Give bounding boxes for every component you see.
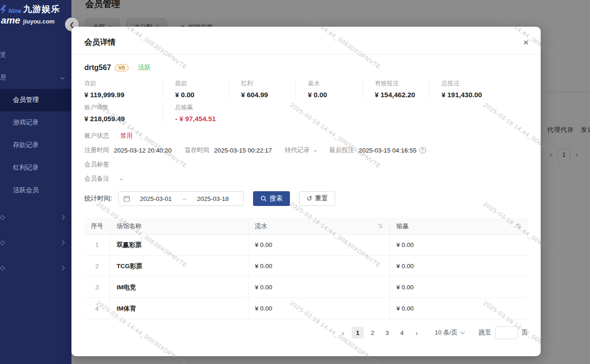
- chevron-right-icon: [60, 266, 65, 270]
- jump-page-input[interactable]: [495, 326, 518, 339]
- modal-divider: [71, 54, 541, 54]
- app-root: 会员管理 全部 1 未分配 1 ✎ 编辑标签 情 代理代存 发送 ‹ 1 ›: [0, 0, 590, 364]
- next-page-icon[interactable]: ›: [411, 327, 423, 339]
- stat-value-negative: - ¥ 97,454.51: [175, 115, 224, 123]
- page-4[interactable]: 4: [396, 327, 408, 339]
- stat-value: ¥ 218,059.49: [84, 115, 158, 123]
- sidebar-item-game-records[interactable]: 游戏记录: [0, 112, 71, 134]
- sidebar-item-member-management[interactable]: 会员管理: [0, 89, 71, 112]
- cell-turnover: ¥ 0.00: [248, 298, 389, 319]
- chevron-down-icon: [460, 329, 465, 334]
- member-detail-modal: 会员详情 × drtg567 V0 活跃 存款 ¥ 119,999.99 提款 …: [71, 27, 541, 356]
- header-winloss-label: 输赢: [396, 222, 409, 230]
- search-button-label: 搜索: [270, 194, 283, 203]
- search-button[interactable]: 搜索: [253, 191, 290, 206]
- header-index: 序号: [84, 218, 110, 234]
- page-size-select[interactable]: 10 条/页: [435, 329, 464, 337]
- reset-icon: ↺: [307, 194, 313, 203]
- logo-ame: ame: [1, 15, 20, 25]
- sidebar-item-deposit-records[interactable]: 存款记录: [0, 134, 71, 157]
- stat-label: 总投注: [442, 79, 494, 88]
- jump-to-page: 跳至 页: [479, 326, 528, 339]
- member-tags-label: 会员标签: [84, 160, 109, 169]
- page-2[interactable]: 2: [366, 327, 378, 339]
- header-turnover: 流水 ⇅: [248, 218, 389, 234]
- cell-index: 4: [84, 298, 110, 319]
- jump-suffix: 页: [522, 329, 528, 337]
- brand-logo: Nine 九游娱乐 ame jiuyou.com: [0, 0, 71, 25]
- page-1[interactable]: 1: [352, 327, 364, 339]
- prev-page-icon[interactable]: ‹: [337, 327, 349, 339]
- close-icon[interactable]: ×: [523, 38, 529, 47]
- sidebar-item-overview-label: 览: [0, 51, 6, 59]
- cell-winloss: ¥ 0.00: [389, 298, 528, 319]
- cell-venue: 双赢彩票: [110, 235, 248, 255]
- table-row: 3 IM电竞 ¥ 0.00 ¥ 0.00: [84, 277, 528, 298]
- sidebar-item-label: 存款记录: [13, 141, 39, 149]
- member-remark-row: 会员备注 -: [84, 175, 528, 183]
- stats-time-label: 统计时间:: [84, 194, 112, 203]
- time-label: 注册时间: [84, 146, 109, 154]
- cell-index: 1: [84, 235, 110, 255]
- header-turnover-label: 流水: [255, 222, 267, 230]
- sidebar-item-bonus-records[interactable]: 红利记录: [0, 157, 71, 179]
- stat-bonus: 红利 ¥ 604.99: [229, 79, 295, 99]
- stat-withdrawal: 提款 ¥ 0.00: [163, 79, 229, 99]
- cell-winloss: ¥ 0.00: [389, 277, 528, 298]
- account-status-value: 禁用: [120, 132, 133, 140]
- sidebar-item-label: 会员管理: [13, 96, 39, 104]
- sidebar-group-glyph: ◇: [0, 264, 6, 271]
- sidebar-group-member-info-label: 息: [0, 73, 6, 82]
- time-info-row: 注册时间 2025-03-12 20:40:20 首存时间 2025-03-15…: [84, 146, 528, 154]
- member-remark-value: -: [120, 176, 123, 182]
- logo-nine: Nine: [8, 8, 21, 14]
- sidebar-group-collapsed-1[interactable]: ◇: [0, 205, 71, 230]
- sidebar-item-overview[interactable]: 览: [0, 44, 71, 66]
- stat-label: 总输赢: [175, 103, 224, 112]
- stat-deposit: 存款 ¥ 119,999.99: [84, 79, 163, 99]
- cell-winloss: ¥ 0.00: [389, 235, 528, 255]
- page-3[interactable]: 3: [381, 327, 393, 339]
- stat-label: 红利: [241, 79, 291, 88]
- user-summary: drtg567 V0 活跃: [84, 64, 528, 72]
- stat-label: 提款: [175, 79, 224, 88]
- chevron-right-icon: [60, 241, 65, 245]
- sidebar-group-glyph: ◇: [0, 213, 6, 221]
- sidebar-group-collapsed-2[interactable]: ◇: [0, 230, 71, 255]
- cell-turnover: ¥ 0.00: [248, 235, 389, 255]
- reset-button[interactable]: ↺ 重置: [299, 191, 336, 206]
- date-end[interactable]: 2025-03-18: [187, 195, 239, 202]
- date-range-picker[interactable]: 2025-03-01 – 2025-03-18: [118, 191, 244, 206]
- agent-transfer-record: 转代记录 -: [285, 146, 317, 154]
- modal-title: 会员详情: [84, 37, 528, 47]
- stat-value: ¥ 119,999.99: [84, 91, 158, 99]
- stat-total-bets: 总投注 ¥ 191,430.00: [429, 79, 498, 99]
- sort-icon[interactable]: ⇅: [516, 223, 521, 229]
- cell-venue: IM电竞: [110, 277, 248, 298]
- first-deposit-time: 首存时间 2025-03-15 00:22:17: [184, 146, 271, 154]
- cell-turnover: ¥ 0.00: [248, 256, 389, 276]
- time-label: 转代记录: [285, 146, 310, 154]
- sidebar-item-active-members[interactable]: 活跃会员: [0, 179, 71, 202]
- jump-label: 跳至: [479, 329, 491, 337]
- sidebar-group-glyph: ◇: [0, 239, 6, 246]
- stat-value: ¥ 0.00: [175, 91, 224, 99]
- stat-label: 有效投注: [375, 79, 425, 88]
- stats-row-1: 存款 ¥ 119,999.99 提款 ¥ 0.00 红利 ¥ 604.99 返水…: [84, 79, 528, 99]
- member-remark-label: 会员备注: [84, 175, 109, 183]
- cell-index: 3: [84, 277, 110, 298]
- account-status-row: 账户状态 禁用: [84, 132, 528, 140]
- modal-header: 会员详情 ×: [84, 27, 528, 47]
- sidebar-group-collapsed-3[interactable]: ◇: [0, 255, 71, 281]
- question-circle-icon[interactable]: ?: [419, 147, 426, 153]
- bolt-icon: [0, 5, 6, 14]
- sidebar-group-member-info[interactable]: 息: [0, 66, 71, 89]
- vip-level-badge: V0: [115, 64, 129, 71]
- last-bet-time: 最后投注 2025-03-15 04:16:55 ?: [329, 146, 425, 154]
- sidebar: Nine 九游娱乐 ame jiuyou.com 览 息 会员管理 游戏记录: [0, 0, 71, 364]
- search-icon: [260, 195, 267, 202]
- date-start[interactable]: 2025-03-01: [130, 195, 182, 202]
- sort-icon[interactable]: ⇅: [378, 223, 383, 229]
- logo-domain: jiuyou.com: [23, 18, 55, 25]
- username: drtg567: [84, 64, 111, 72]
